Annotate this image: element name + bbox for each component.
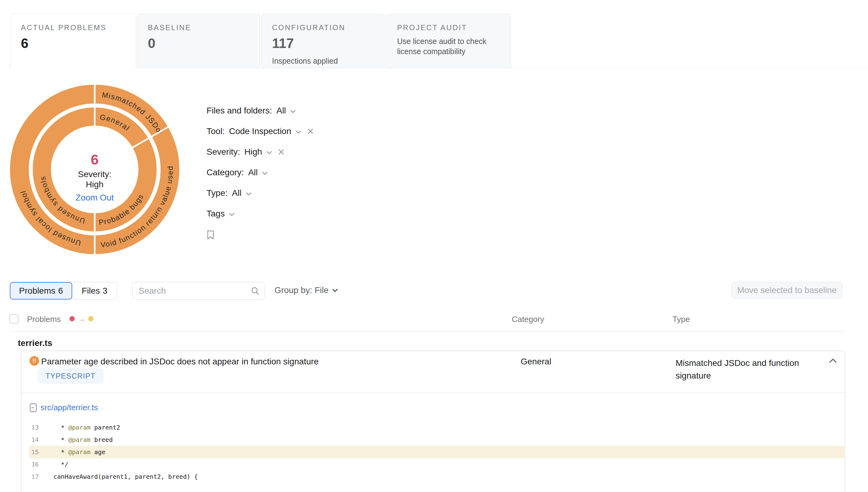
line-number: 17 [31,470,42,483]
tab-configuration[interactable]: CONFIGURATION 117 Inspections applied [261,14,385,68]
filter-files-and-folders[interactable]: Files and folders: All [207,106,313,115]
severity-legend: → [70,316,94,321]
search-input[interactable] [138,286,251,296]
filter-type[interactable]: Type: All [207,189,313,198]
tab-value: 117 [272,36,375,51]
collapse-row-button[interactable] [829,359,837,364]
view-switcher: Problems 6 Files 3 [10,282,117,299]
filter-label: Files and folders: [207,106,272,116]
chevron-down-icon [296,130,301,134]
tab-label: ACTUAL PROBLEMS [21,23,125,32]
filter-category[interactable]: Category: All [207,168,313,177]
search-icon [251,286,260,296]
chevron-up-icon [829,359,837,363]
filter-value: All [276,106,286,116]
tab-problems-label: Problems [19,286,55,296]
code-line: 17 canHaveAward(parent1, parent2, breed)… [29,470,845,483]
line-number: 13 [31,421,42,434]
sunburst-center: 6 Severity: High Zoom Out [49,152,141,203]
bookmark-icon [207,230,214,240]
zoom-out-link[interactable]: Zoom Out [49,193,141,203]
group-by-dropdown[interactable]: Group by: File [275,285,338,295]
tab-value: 6 [21,36,125,51]
severity-moderate-dot [88,316,94,321]
problem-category: General [521,357,552,367]
problem-count: 6 [49,152,141,167]
select-all-checkbox[interactable] [9,314,19,323]
tab-problems[interactable]: Problems 6 [10,282,72,299]
move-button-label: Move selected to baseline [737,285,837,295]
filters-panel: Files and folders: All Tool: Code Inspec… [207,106,313,240]
chevron-down-icon [246,192,251,196]
severity-label: Severity: [49,169,141,179]
filter-label: Tags [207,209,225,219]
tab-project-audit[interactable]: PROJECT AUDIT Use license audit to check… [386,14,511,68]
severity-high-icon: !! [29,356,39,366]
tab-baseline[interactable]: BASELINE 0 [137,14,260,68]
save-filter-bookmark[interactable] [207,230,313,240]
group-by-label: Group by: File [275,285,329,295]
card-divider [22,392,845,393]
filter-tags[interactable]: Tags [207,209,313,218]
move-selected-to-baseline-button[interactable]: Move selected to baseline [731,282,842,299]
tab-label: CONFIGURATION [272,23,375,32]
tab-files-label: Files [82,286,100,296]
file-icon [29,403,37,412]
filter-value: High [244,147,262,157]
code-line: 14 * @param breed [29,434,845,446]
code-text: canHaveAward(parent1, parent2, breed) { [50,470,198,483]
severity-high-dot [70,316,75,321]
chevron-down-icon [332,289,338,292]
code-line-highlighted: 15 * @param age [29,446,845,458]
code-text: */ [50,458,68,470]
tab-description: Use license audit to check license compa… [397,36,495,56]
chevron-down-icon [262,172,268,175]
file-group-title: terrier.ts [18,338,52,348]
chevron-down-icon [229,213,234,216]
problem-type: Mismatched JSDoc and function signature [675,357,811,382]
filter-tool[interactable]: Tool: Code Inspection [207,127,313,136]
line-number: 14 [31,434,42,446]
code-text: * @param breed [50,434,113,446]
filter-value: All [232,188,241,198]
remove-filter-icon[interactable] [307,128,313,134]
arrow-right-icon: → [78,316,85,321]
filter-label: Severity: [207,147,240,157]
tab-label: BASELINE [148,23,249,32]
tab-files-count: 3 [103,286,108,296]
file-path: src/app/terrier.ts [41,403,98,412]
line-number: 15 [31,446,42,458]
problem-row: !! Parameter age described in JSDoc does… [21,350,845,492]
filter-label: Tool: [207,126,225,136]
filter-value: Code Inspection [229,126,291,136]
column-category: Category [512,315,544,324]
tab-problems-count: 6 [58,286,63,296]
remove-filter-icon[interactable] [278,149,284,155]
filter-value: All [248,168,258,177]
header-divider [9,331,845,332]
source-file-link[interactable]: src/app/terrier.ts [29,403,98,412]
code-text: * @param parent2 [50,421,120,434]
code-line: 13 * @param parent2 [29,421,845,434]
tab-value: 0 [148,36,249,51]
severity-value: High [49,179,141,190]
chevron-down-icon [290,110,296,113]
column-type: Type [672,315,690,324]
problem-title[interactable]: Parameter age described in JSDoc does no… [41,357,319,367]
filter-label: Type: [207,188,227,198]
code-text: * @param age [50,446,105,458]
column-problems: Problems [27,315,61,324]
tab-label: PROJECT AUDIT [397,23,501,32]
tab-actual-problems[interactable]: ACTUAL PROBLEMS 6 [10,14,136,69]
filter-label: Category: [207,168,244,177]
tab-files[interactable]: Files 3 [69,282,117,299]
language-badge: TYPESCRIPT [37,368,104,384]
code-snippet: 13 * @param parent2 14 * @param breed 15… [29,421,845,483]
filter-severity[interactable]: Severity: High [207,147,313,156]
code-line: 16 */ [29,458,845,470]
search-box [132,282,265,299]
tab-description: Inspections applied [272,56,375,66]
line-number: 16 [31,458,42,470]
chevron-down-icon [266,151,272,154]
